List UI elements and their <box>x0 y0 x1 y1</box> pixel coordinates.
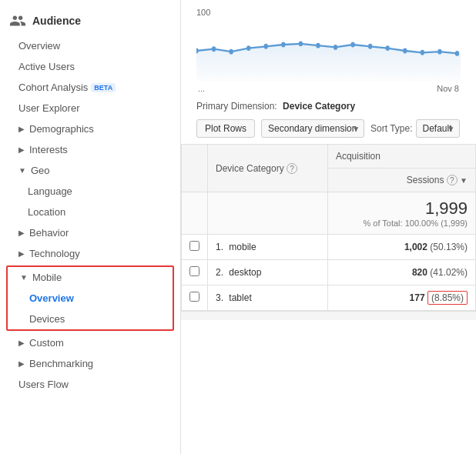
audience-icon <box>9 12 26 29</box>
sidebar-item-language[interactable]: Language <box>0 181 180 202</box>
sidebar-item-user-explorer[interactable]: User Explorer <box>0 98 180 119</box>
toolbar: Plot Rows Secondary dimension ▼ Sort Typ… <box>181 116 476 144</box>
sort-type-label: Sort Type: <box>370 123 412 134</box>
header-checkbox-cell <box>182 145 208 192</box>
main-content: 100 <box>181 0 476 454</box>
table-row: 1. mobile 1,002 (50.13%) <box>182 235 476 260</box>
arrow-icon: ▶ <box>18 125 25 133</box>
sidebar-item-technology[interactable]: ▶ Technology <box>0 243 180 264</box>
total-pct: % of Total: 100.00% (1,999) <box>336 219 468 228</box>
svg-point-13 <box>421 50 424 55</box>
sidebar-title: Audience <box>32 15 81 27</box>
arrow-icon: ▶ <box>18 359 25 368</box>
arrow-icon: ▶ <box>18 229 25 237</box>
sidebar-item-location[interactable]: Location <box>0 202 180 222</box>
beta-badge: BETA <box>91 83 116 92</box>
sort-icon: ▼ <box>460 176 468 185</box>
sidebar-item-behavior[interactable]: ▶ Behavior <box>0 222 180 243</box>
primary-dimension-value: Device Category <box>283 101 355 112</box>
total-sessions-cell: 1,999 % of Total: 100.00% (1,999) <box>327 192 475 235</box>
total-row: 1,999 % of Total: 100.00% (1,999) <box>182 192 476 235</box>
primary-dimension: Primary Dimension: Device Category <box>181 93 476 116</box>
row2-checkbox[interactable] <box>182 260 208 285</box>
row1-sessions: 1,002 (50.13%) <box>327 235 475 260</box>
chart-x-labels: ... Nov 8 <box>196 84 461 93</box>
row2-checkbox-input[interactable] <box>189 266 199 276</box>
sidebar-item-benchmarking[interactable]: ▶ Benchmarking <box>0 353 180 374</box>
highlighted-pct: (8.85%) <box>427 291 468 305</box>
secondary-dimension-select[interactable]: Secondary dimension <box>261 119 364 138</box>
device-category-help[interactable]: ? <box>287 163 297 174</box>
svg-point-14 <box>437 49 441 55</box>
arrow-icon: ▶ <box>18 145 25 154</box>
device-category-label: Device Category <box>216 163 284 174</box>
row1-checkbox[interactable] <box>182 235 208 260</box>
row2-sessions: 820 (41.02%) <box>327 260 475 285</box>
svg-point-2 <box>229 49 233 55</box>
arrow-icon: ▼ <box>20 273 28 282</box>
sidebar-item-devices[interactable]: Devices <box>8 309 173 329</box>
row3-checkbox[interactable] <box>182 285 208 311</box>
row3-sessions: 177 (8.85%) <box>327 285 475 311</box>
svg-point-9 <box>350 42 354 48</box>
svg-point-5 <box>281 42 285 48</box>
chart-y-label: 100 <box>196 8 461 17</box>
primary-dimension-label: Primary Dimension: <box>196 101 277 112</box>
row2-category: 2. desktop <box>208 260 328 285</box>
svg-point-4 <box>264 44 268 49</box>
sidebar-item-interests[interactable]: ▶ Interests <box>0 139 180 160</box>
sidebar-item-custom[interactable]: ▶ Custom <box>0 332 180 353</box>
svg-point-3 <box>246 45 250 51</box>
total-checkbox-cell <box>182 192 208 235</box>
svg-point-7 <box>316 43 320 48</box>
sidebar-item-users-flow[interactable]: Users Flow <box>0 374 180 395</box>
sidebar-item-mobile[interactable]: ▼ Mobile <box>8 267 173 288</box>
arrow-icon: ▶ <box>18 249 25 258</box>
sessions-label: Sessions <box>407 175 444 185</box>
sidebar: Audience Overview Active Users Cohort An… <box>0 0 181 454</box>
total-label <box>208 192 328 235</box>
row3-category: 3. tablet <box>208 285 328 311</box>
svg-point-8 <box>334 45 337 50</box>
arrow-icon: ▼ <box>18 166 26 175</box>
svg-point-15 <box>455 51 459 56</box>
sidebar-item-demographics[interactable]: ▶ Demographics <box>0 119 180 139</box>
row3-checkbox-input[interactable] <box>189 292 199 302</box>
sidebar-item-overview[interactable]: Overview <box>0 35 180 56</box>
svg-point-6 <box>299 41 303 46</box>
sidebar-item-geo[interactable]: ▼ Geo <box>0 160 180 181</box>
arrow-icon: ▶ <box>18 339 25 347</box>
header-acquisition: Acquisition <box>327 145 475 169</box>
total-sessions-value: 1,999 <box>336 199 468 219</box>
chart-x-start: ... <box>198 84 205 93</box>
svg-point-10 <box>368 44 372 49</box>
table-row: 2. desktop 820 (41.02%) <box>182 260 476 285</box>
header-device-category: Device Category ? <box>208 145 328 192</box>
scrollbar-area[interactable] <box>181 311 476 320</box>
sessions-help[interactable]: ? <box>447 175 458 185</box>
row1-category: 1. mobile <box>208 235 328 260</box>
plot-rows-button[interactable]: Plot Rows <box>196 119 255 138</box>
sort-type-select[interactable]: Default <box>416 119 460 138</box>
mobile-section: ▼ Mobile Overview Devices <box>6 265 174 331</box>
chart-x-nov8: Nov 8 <box>437 84 459 93</box>
chart-svg <box>196 20 461 82</box>
row1-checkbox-input[interactable] <box>189 241 199 251</box>
sidebar-item-active-users[interactable]: Active Users <box>0 56 180 77</box>
svg-point-11 <box>386 45 390 51</box>
table-row: 3. tablet 177 (8.85%) <box>182 285 476 311</box>
sort-type-group: Sort Type: Default ▼ <box>370 119 459 138</box>
sidebar-item-cohort[interactable]: Cohort Analysis BETA <box>0 77 180 98</box>
data-table: Device Category ? Acquisition Sessions ?… <box>181 144 476 311</box>
svg-point-1 <box>212 46 216 52</box>
chart-area: 100 <box>181 0 476 93</box>
svg-point-12 <box>403 48 407 54</box>
header-sessions: Sessions ? ▼ <box>327 169 475 192</box>
sidebar-item-mobile-overview[interactable]: Overview <box>8 288 173 309</box>
sidebar-header: Audience <box>0 6 180 35</box>
